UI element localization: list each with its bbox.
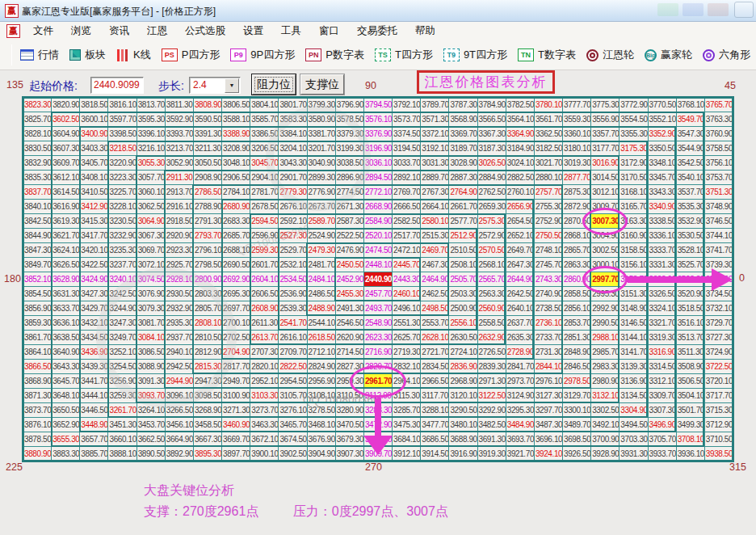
grid-cell-7-18[interactable]: 2755.30 [535,200,562,213]
grid-cell-19-10[interactable]: 2956.90 [308,374,335,388]
grid-cell-8-24[interactable]: 3746.50 [705,214,733,228]
grid-cell-16-0[interactable]: 3861.70 [23,331,51,344]
grid-cell-22-19[interactable]: 3489.70 [563,418,590,432]
grid-cell-10-7[interactable]: 2688.10 [222,243,250,257]
grid-cell-7-12[interactable]: 2668.90 [364,200,392,213]
grid-cell-10-0[interactable]: 3847.30 [23,243,51,257]
grid-cell-20-5[interactable]: 3096.10 [166,389,193,402]
grid-cell-22-7[interactable]: 3460.90 [222,418,250,432]
grid-cell-19-3[interactable]: 3256.90 [108,374,136,388]
grid-cell-9-8[interactable]: 2596.90 [250,229,278,242]
grid-cell-6-15[interactable]: 2764.90 [449,185,477,199]
grid-cell-11-11[interactable]: 2450.50 [336,258,363,272]
grid-cell-21-23[interactable]: 3501.70 [677,403,704,417]
grid-cell-6-8[interactable]: 2781.70 [250,185,278,199]
grid-cell-15-12[interactable]: 2548.90 [364,316,392,330]
grid-cell-17-3[interactable]: 3252.10 [108,345,136,359]
grid-cell-22-21[interactable]: 3494.50 [620,418,647,432]
grid-cell-12-13[interactable]: 2443.30 [393,272,420,286]
grid-cell-1-23[interactable]: 3549.70 [677,112,704,126]
grid-cell-13-23[interactable]: 3520.90 [677,287,704,301]
grid-cell-15-6[interactable]: 2808.10 [194,316,221,330]
grid-cell-10-18[interactable]: 2748.10 [535,243,562,257]
grid-cell-0-16[interactable]: 3784.90 [478,98,506,112]
grid-cell-0-14[interactable]: 3789.70 [421,98,448,112]
grid-cell-16-19[interactable]: 2851.30 [563,331,590,344]
grid-cell-4-17[interactable]: 3024.10 [506,156,534,170]
grid-cell-13-15[interactable]: 2503.30 [449,287,477,301]
grid-cell-4-13[interactable]: 3033.70 [393,156,420,170]
grid-cell-14-14[interactable]: 2498.50 [421,301,448,315]
grid-cell-0-15[interactable]: 3787.30 [449,98,477,112]
grid-cell-12-3[interactable]: 3240.10 [108,272,136,286]
grid-cell-0-7[interactable]: 3806.50 [222,98,250,112]
grid-cell-22-11[interactable]: 3470.50 [336,418,363,432]
grid-cell-19-9[interactable]: 2954.50 [279,374,306,388]
grid-cell-2-10[interactable]: 3381.70 [308,127,335,141]
grid-cell-14-1[interactable]: 3633.70 [52,301,79,315]
grid-cell-4-18[interactable]: 3021.70 [535,156,562,170]
grid-cell-15-9[interactable]: 2541.70 [279,316,306,330]
grid-cell-22-14[interactable]: 3477.70 [421,418,448,432]
grid-cell-3-13[interactable]: 3194.50 [393,141,420,155]
grid-cell-7-17[interactable]: 2656.90 [506,200,534,213]
grid-cell-12-9[interactable]: 2534.50 [279,272,306,286]
grid-cell-23-20[interactable]: 3700.90 [591,432,619,446]
grid-cell-15-10[interactable]: 2544.10 [308,316,335,330]
grid-cell-10-20[interactable]: 3002.50 [591,243,619,257]
grid-cell-7-5[interactable]: 2916.10 [166,200,193,213]
grid-cell-17-11[interactable]: 2714.50 [336,345,363,359]
menu-item-资讯[interactable]: 资讯 [100,22,138,40]
grid-cell-7-0[interactable]: 3840.10 [23,200,51,213]
grid-cell-20-21[interactable]: 3134.50 [620,389,647,402]
grid-cell-18-17[interactable]: 2841.70 [506,360,534,373]
grid-cell-9-7[interactable]: 2685.70 [222,229,250,242]
grid-cell-14-19[interactable]: 2856.10 [563,301,590,315]
grid-cell-8-15[interactable]: 2577.70 [449,214,477,228]
grid-cell-4-19[interactable]: 3019.30 [563,156,590,170]
grid-cell-5-11[interactable]: 2896.90 [336,171,363,184]
grid-cell-12-14[interactable]: 2464.90 [421,272,448,286]
grid-cell-17-4[interactable]: 3086.50 [137,345,165,359]
grid-cell-6-12[interactable]: 2772.10 [364,185,392,199]
grid-cell-14-20[interactable]: 2992.90 [591,301,619,315]
grid-cell-1-3[interactable]: 3597.70 [108,112,136,126]
grid-cell-15-19[interactable]: 2853.70 [563,316,590,330]
grid-cell-3-16[interactable]: 3187.30 [478,141,506,155]
grid-cell-19-7[interactable]: 2949.70 [222,374,250,388]
step-select[interactable]: 2.4 ▼ [189,77,241,94]
grid-cell-24-0[interactable]: 3880.90 [23,447,51,461]
toolbar-button-9T四方形[interactable]: T99T四方形 [443,48,507,62]
grid-cell-24-1[interactable]: 3883.30 [52,447,79,461]
grid-cell-3-4[interactable]: 3216.10 [137,141,165,155]
grid-cell-2-20[interactable]: 3357.70 [591,127,619,141]
grid-cell-24-17[interactable]: 3921.70 [506,447,534,461]
grid-cell-18-24[interactable]: 3722.50 [705,360,733,373]
grid-cell-6-17[interactable]: 2760.10 [506,185,534,199]
grid-cell-6-21[interactable]: 3168.10 [620,185,647,199]
grid-cell-4-2[interactable]: 3405.70 [80,156,107,170]
grid-cell-7-2[interactable]: 3412.90 [80,200,107,213]
grid-cell-1-9[interactable]: 3583.30 [279,112,306,126]
grid-cell-17-12[interactable]: 2716.90 [364,345,392,359]
grid-cell-4-12[interactable]: 3036.10 [364,156,392,170]
grid-cell-16-20[interactable]: 2988.10 [591,331,619,344]
grid-cell-3-15[interactable]: 3189.70 [449,141,477,155]
grid-cell-11-1[interactable]: 3626.50 [52,258,79,272]
grid-cell-8-3[interactable]: 3230.50 [108,214,136,228]
grid-cell-22-4[interactable]: 3453.70 [137,418,165,432]
grid-cell-23-22[interactable]: 3705.70 [649,432,676,446]
grid-cell-11-13[interactable]: 2445.70 [393,258,420,272]
grid-cell-24-14[interactable]: 3914.50 [421,447,448,461]
grid-cell-3-24[interactable]: 3758.50 [705,141,733,155]
grid-cell-2-14[interactable]: 3372.10 [421,127,448,141]
grid-cell-13-20[interactable]: 2995.30 [591,287,619,301]
grid-cell-22-3[interactable]: 3451.30 [108,418,136,432]
grid-cell-0-17[interactable]: 3782.50 [506,98,534,112]
grid-cell-10-19[interactable]: 2865.70 [563,243,590,257]
grid-cell-13-22[interactable]: 3326.50 [649,287,676,301]
grid-cell-6-9[interactable]: 2779.30 [279,185,306,199]
grid-cell-20-19[interactable]: 3129.70 [563,389,590,402]
grid-cell-16-3[interactable]: 3249.70 [108,331,136,344]
grid-cell-0-3[interactable]: 3816.10 [108,98,136,112]
